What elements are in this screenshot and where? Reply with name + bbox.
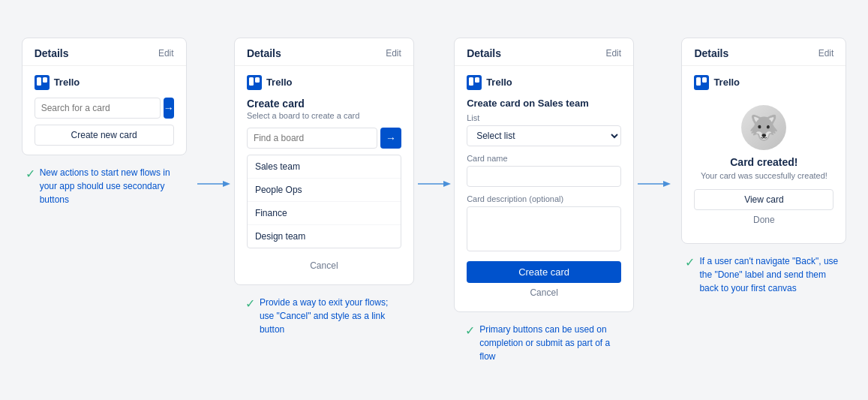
column-3: Details Edit Trello Create card on Sales… <box>452 38 636 363</box>
arrow-3-container <box>636 38 672 191</box>
svg-marker-9 <box>443 181 451 187</box>
panel-4: Details Edit Trello 🐺 Card created! <box>681 38 846 244</box>
panel-2-footnote-area: ✓ Provide a way to exit your flows; use … <box>245 296 403 336</box>
board-list: Sales team People Ops Finance Design tea… <box>247 155 401 248</box>
panel-1-title: Details <box>35 47 69 59</box>
trello-logo-2: Trello <box>247 75 401 90</box>
form-title: Create card on Sales team <box>467 98 621 109</box>
card-name-label: Card name <box>467 154 621 163</box>
cancel-btn-3[interactable]: Cancel <box>467 283 621 302</box>
panel-2-footnote: Provide a way to exit your flows; use "C… <box>260 296 403 336</box>
panel-3-footnote: Primary buttons can be used on completio… <box>479 323 623 363</box>
check-icon-2: ✓ <box>245 296 255 311</box>
panel-3-title: Details <box>467 47 501 59</box>
trello-name-2: Trello <box>266 77 293 88</box>
arrow-2-icon <box>416 176 452 191</box>
svg-rect-1 <box>37 77 41 86</box>
find-board-input[interactable] <box>247 128 377 149</box>
column-2: Details Edit Trello Create card Select a… <box>232 38 416 336</box>
find-board-btn[interactable]: → <box>380 128 401 149</box>
create-card-title: Create card <box>247 98 401 110</box>
main-container: Details Edit Trello → Create new card <box>12 38 856 363</box>
trello-name-1: Trello <box>54 77 80 88</box>
view-card-btn[interactable]: View card <box>694 189 833 210</box>
create-card-btn[interactable]: Create card <box>467 261 621 283</box>
panel-1-footnote-area: ✓ New actions to start new flows in your… <box>26 166 183 206</box>
panel-1-body: Trello → Create new card <box>23 66 186 155</box>
arrow-3-icon <box>636 176 672 191</box>
list-label: List <box>467 113 621 122</box>
panel-2-title: Details <box>247 47 281 59</box>
panel-3-body: Trello Create card on Sales team List Se… <box>455 66 633 311</box>
create-new-card-btn[interactable]: Create new card <box>35 125 174 146</box>
panel-1-footnote: New actions to start new flows in your a… <box>40 166 183 206</box>
svg-marker-4 <box>223 181 230 187</box>
search-row: → <box>35 98 174 119</box>
column-4: Details Edit Trello 🐺 Card created! <box>672 38 856 295</box>
trello-logo-1: Trello <box>35 75 174 90</box>
success-title: Card created! <box>694 156 833 168</box>
check-icon-1: ✓ <box>26 167 35 181</box>
svg-marker-14 <box>663 181 671 187</box>
trello-logo-4: Trello <box>694 75 833 90</box>
panel-1: Details Edit Trello → Create new card <box>22 38 187 155</box>
card-desc-label: Card description (optional) <box>467 194 621 203</box>
trello-logo-3: Trello <box>467 75 621 90</box>
panel-2-edit[interactable]: Edit <box>386 48 401 59</box>
panel-2-body: Trello Create card Select a board to cre… <box>235 66 413 284</box>
panel-3: Details Edit Trello Create card on Sales… <box>454 38 634 312</box>
board-item-finance[interactable]: Finance <box>248 202 401 225</box>
panel-3-edit[interactable]: Edit <box>605 48 621 59</box>
trello-icon-1 <box>35 75 50 90</box>
panel-4-body: Trello 🐺 Card created! Your card was suc… <box>682 66 845 243</box>
board-item-people[interactable]: People Ops <box>248 179 401 202</box>
panel-4-title: Details <box>694 47 728 59</box>
cancel-btn-2[interactable]: Cancel <box>247 256 401 275</box>
svg-rect-2 <box>43 77 47 83</box>
board-item-design[interactable]: Design team <box>248 225 401 248</box>
svg-rect-6 <box>249 77 254 86</box>
success-sub: Your card was succesfully created! <box>694 171 833 180</box>
panel-2-header: Details Edit <box>235 38 413 66</box>
search-input[interactable] <box>35 98 161 119</box>
panel-2: Details Edit Trello Create card Select a… <box>234 38 414 285</box>
svg-rect-16 <box>696 77 701 86</box>
success-avatar: 🐺 <box>741 105 786 150</box>
card-name-input[interactable] <box>467 166 621 187</box>
trello-icon-4 <box>694 75 709 90</box>
panel-4-footnote-area: ✓ If a user can't navigate "Back", use t… <box>685 254 842 295</box>
trello-name-3: Trello <box>486 77 512 88</box>
panel-4-edit[interactable]: Edit <box>818 48 834 59</box>
card-desc-textarea[interactable] <box>467 206 621 251</box>
board-item-sales[interactable]: Sales team <box>248 155 401 179</box>
panel-3-header: Details Edit <box>455 38 633 66</box>
check-icon-3: ✓ <box>465 323 475 338</box>
svg-rect-7 <box>255 77 260 83</box>
trello-icon-3 <box>467 75 482 90</box>
panel-3-footnote-area: ✓ Primary buttons can be used on complet… <box>465 323 623 363</box>
trello-name-4: Trello <box>713 77 740 88</box>
panel-4-footnote: If a user can't navigate "Back", use the… <box>699 254 842 295</box>
create-card-subtitle: Select a board to create a card <box>247 111 401 120</box>
arrow-1-container <box>196 38 232 191</box>
arrow-1-icon <box>196 176 232 191</box>
panel-4-header: Details Edit <box>682 38 845 66</box>
arrow-2-container <box>416 38 452 191</box>
svg-rect-11 <box>469 77 473 86</box>
done-btn[interactable]: Done <box>694 210 833 230</box>
check-icon-4: ✓ <box>685 255 695 269</box>
list-select[interactable]: Select list <box>467 125 621 146</box>
find-board-row: → <box>247 128 401 149</box>
wolf-emoji: 🐺 <box>749 116 779 140</box>
trello-icon-2 <box>247 75 262 90</box>
svg-rect-17 <box>702 77 707 83</box>
panel-1-edit[interactable]: Edit <box>158 48 174 59</box>
success-area: 🐺 Card created! Your card was succesfull… <box>694 98 833 234</box>
svg-rect-12 <box>475 77 479 83</box>
column-1: Details Edit Trello → Create new card <box>12 38 196 206</box>
panel-1-header: Details Edit <box>23 38 186 66</box>
search-btn[interactable]: → <box>164 98 174 119</box>
